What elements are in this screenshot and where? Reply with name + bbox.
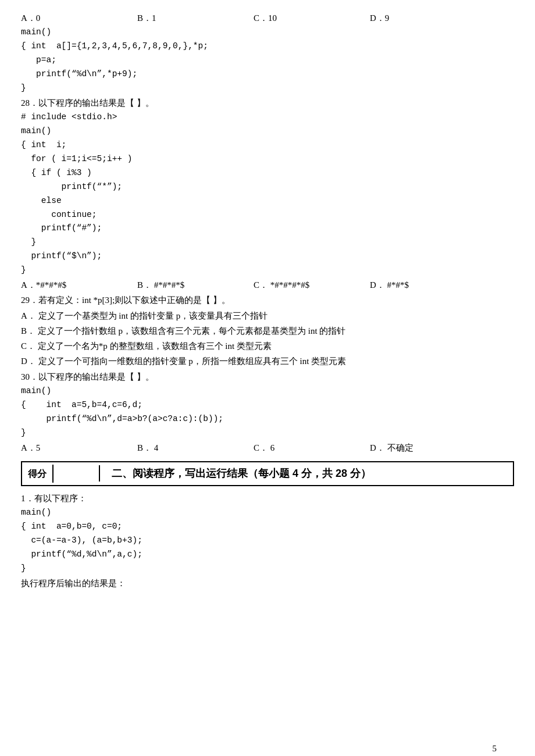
q28-code-line-3: for ( i=1;i<=5;i++ ): [21, 152, 514, 166]
q2-1-label: 1．有以下程序：: [21, 491, 514, 506]
q27-option-a: A．0: [21, 10, 137, 26]
q28-code-line-4: { if ( i%3 ): [21, 166, 514, 180]
q29-option-b: B． 定义了一个指针数组 p，该数组含有三个元素，每个元素都是基类型为 int …: [21, 323, 514, 338]
section2-title: 二、阅读程序，写出运行结果（每小题 4 分，共 28 分）: [100, 465, 371, 483]
q2-1-code-line-4: }: [21, 562, 514, 576]
q27-code-block: main() { int a[]={1,2,3,4,5,6,7,8,9,0,},…: [21, 26, 514, 95]
q30-option-a: A．5: [21, 440, 137, 455]
page-wrapper: A．0 B．1 C．10 D．9 main() { int a[]={1,2,3…: [21, 10, 514, 756]
q29-option-a: A． 定义了一个基类型为 int 的指针变量 p，该变量具有三个指针: [21, 308, 514, 323]
q2-1-code-line-0: main(): [21, 506, 514, 520]
q27-options-row: A．0 B．1 C．10 D．9: [21, 10, 514, 26]
q30-code-block: main() { int a=5,b=4,c=6,d; printf(“%d\n…: [21, 384, 514, 440]
q30-label: 30．以下程序的输出结果是【 】。: [21, 369, 514, 384]
q28-code-line-11: }: [21, 263, 514, 277]
q27-option-b: B．1: [137, 10, 254, 26]
q28-label: 28．以下程序的输出结果是【 】。: [21, 95, 514, 110]
section2-score-box: [54, 465, 100, 482]
q29-option-c: C． 定义了一个名为*p 的整型数组，该数组含有三个 int 类型元素: [21, 338, 514, 354]
q28-options-row: A．*#*#*#$ B． #*#*#*$ C． *#*#*#*#$ D． #*#…: [21, 277, 514, 293]
q28-code-line-6: else: [21, 194, 514, 208]
q27-code-line-1: { int a[]={1,2,3,4,5,6,7,8,9,0,},*p;: [21, 40, 514, 54]
q28-code-line-5: printf(“*”);: [21, 180, 514, 194]
q28-code-line-1: main(): [21, 124, 514, 138]
q30-option-d: D． 不确定: [370, 440, 486, 455]
q27-code-line-0: main(): [21, 26, 514, 40]
q2-1-result-label: 执行程序后输出的结果是：: [21, 576, 514, 591]
q30-code-line-1: { int a=5,b=4,c=6,d;: [21, 398, 514, 412]
q28-code-line-8: printf(“#”);: [21, 222, 514, 236]
q2-1-code-line-2: c=(a-=a-3), (a=b,b+3);: [21, 534, 514, 548]
section2-label: 得分: [22, 465, 54, 483]
q27-code-line-4: }: [21, 81, 514, 95]
q29-option-d: D． 定义了一个可指向一维数组的指针变量 p，所指一维数组应具有三个 int 类…: [21, 354, 514, 369]
q28-code-line-7: continue;: [21, 208, 514, 222]
q30-code-line-2: printf(“%d\n”,d=a>b?(a>c?a:c):(b));: [21, 412, 514, 426]
page-content: A．0 B．1 C．10 D．9 main() { int a[]={1,2,3…: [21, 10, 514, 591]
q27-code-line-2: p=a;: [21, 54, 514, 67]
q30-options-row: A．5 B． 4 C． 6 D． 不确定: [21, 440, 514, 455]
q2-1-code-line-3: printf(“%d,%d\n”,a,c);: [21, 548, 514, 562]
q2-1-code-line-1: { int a=0,b=0, c=0;: [21, 520, 514, 534]
q2-1-code-block: main() { int a=0,b=0, c=0; c=(a-=a-3), (…: [21, 506, 514, 576]
page-number: 5: [493, 741, 497, 757]
q28-code-line-0: # include <stdio.h>: [21, 110, 514, 124]
q28-code-line-10: printf(“$\n”);: [21, 249, 514, 263]
q29-options-block: A． 定义了一个基类型为 int 的指针变量 p，该变量具有三个指针 B． 定义…: [21, 308, 514, 369]
q28-code-line-2: { int i;: [21, 138, 514, 152]
q30-code-line-3: }: [21, 426, 514, 440]
q30-option-c: C． 6: [254, 440, 370, 455]
q28-option-c: C． *#*#*#*#$: [254, 277, 370, 293]
section2-header: 得分 二、阅读程序，写出运行结果（每小题 4 分，共 28 分）: [21, 461, 514, 486]
q29-label: 29．若有定义：int *p[3];则以下叙述中正确的是【 】。: [21, 293, 514, 308]
q28-option-b: B． #*#*#*$: [137, 277, 254, 293]
q27-option-c: C．10: [254, 10, 370, 26]
q28-code-line-9: }: [21, 236, 514, 249]
q28-option-d: D． #*#*$: [370, 277, 486, 293]
q27-code-line-3: printf(“%d\n”,*p+9);: [21, 67, 514, 81]
q30-option-b: B． 4: [137, 440, 254, 455]
q27-option-d: D．9: [370, 10, 486, 26]
q30-code-line-0: main(): [21, 384, 514, 398]
q28-option-a: A．*#*#*#$: [21, 277, 137, 293]
q28-code-block: # include <stdio.h> main() { int i; for …: [21, 110, 514, 277]
